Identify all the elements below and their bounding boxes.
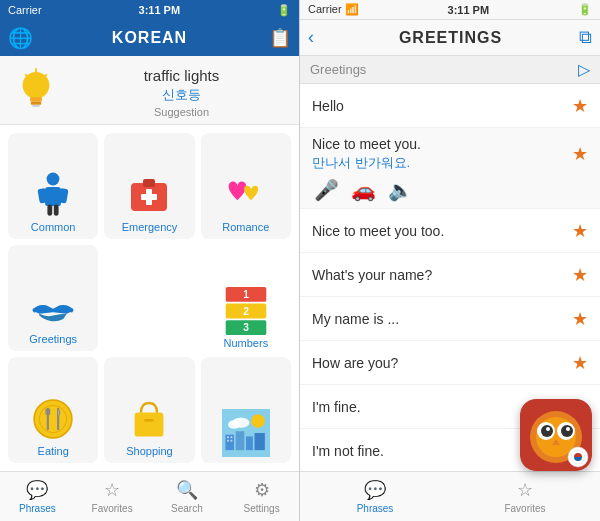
grid-cell-travel[interactable] (201, 357, 291, 463)
search-icon-left: 🔍 (176, 479, 198, 501)
nav-search-left[interactable]: 🔍 Search (150, 472, 225, 521)
left-panel: Carrier 3:11 PM 🔋 🌐 KOREAN 📋 traffic lig… (0, 0, 300, 521)
phrase-row[interactable]: How are you? ★ (300, 341, 600, 385)
favorites-label-left: Favorites (92, 503, 133, 514)
phrase-row[interactable]: Hello ★ (300, 84, 600, 128)
status-bar-left: Carrier 3:11 PM 🔋 (0, 0, 299, 20)
suggestion-english: traffic lights (74, 67, 289, 84)
grid-cell-eating[interactable]: Eating (8, 357, 98, 463)
battery-right: 🔋 (578, 3, 592, 16)
phrase-text: Hello (312, 98, 566, 114)
phrase-row[interactable]: Nice to meet you too. ★ (300, 209, 600, 253)
grid-cell-shopping[interactable]: Shopping (104, 357, 194, 463)
phrase-text: How are you? (312, 355, 566, 371)
nav-settings-left[interactable]: ⚙ Settings (224, 472, 299, 521)
star-icon[interactable]: ★ (572, 308, 588, 330)
suggestion-korean: 신호등 (74, 86, 289, 104)
nav-favorites-right[interactable]: ☆ Favorites (450, 472, 600, 521)
favorites-label-right: Favorites (504, 503, 545, 514)
play-all-button[interactable]: ▷ (578, 60, 590, 79)
svg-rect-31 (135, 413, 164, 437)
layers-icon[interactable]: ⧉ (579, 27, 592, 48)
svg-point-45 (228, 420, 240, 429)
document-icon[interactable]: 📋 (269, 27, 291, 49)
numbers-label: Numbers (224, 337, 269, 349)
numbers-icon: 1 2 3 (222, 287, 270, 335)
romance-label: Romance (222, 221, 269, 233)
svg-rect-11 (48, 205, 53, 216)
svg-text:2: 2 (243, 306, 249, 317)
phrase-row[interactable]: What's your name? ★ (300, 253, 600, 297)
settings-icon-left: ⚙ (254, 479, 270, 501)
greetings-title: GREETINGS (322, 29, 579, 47)
travel-icon (222, 409, 270, 457)
svg-rect-35 (225, 435, 234, 450)
svg-point-7 (47, 173, 60, 186)
battery-left: 🔋 (277, 4, 291, 17)
svg-point-52 (561, 425, 573, 437)
favorites-icon-left: ☆ (104, 479, 120, 501)
star-icon[interactable]: ★ (572, 95, 588, 117)
grid-cell-greetings[interactable]: Greetings (8, 245, 98, 351)
phrase-row-expanded[interactable]: Nice to meet you. 만나서 반가워요. ★ 🎤 🚗 🔈 (300, 128, 600, 209)
phrase-text: My name is ... (312, 311, 566, 327)
greetings-icon (29, 283, 77, 331)
svg-rect-40 (236, 431, 245, 450)
svg-rect-3 (32, 105, 39, 107)
svg-point-51 (541, 425, 553, 437)
speaker-button[interactable]: 🔈 (388, 178, 413, 202)
back-button[interactable]: ‹ (308, 27, 314, 48)
grid-cell-empty (104, 245, 194, 351)
svg-rect-42 (254, 433, 264, 450)
grid-cell-emergency[interactable]: Emergency (104, 133, 194, 239)
phrase-controls: 🎤 🚗 🔈 (312, 178, 413, 202)
phrases-icon-left: 💬 (26, 479, 48, 501)
phrases-label-right: Phrases (357, 503, 394, 514)
svg-rect-39 (230, 440, 232, 442)
suggestion-area: traffic lights 신호등 Suggestion (0, 56, 299, 125)
grid-cell-romance[interactable]: Romance (201, 133, 291, 239)
svg-rect-8 (45, 187, 61, 206)
star-icon[interactable]: ★ (572, 220, 588, 242)
svg-point-53 (546, 427, 550, 431)
grid-cell-numbers[interactable]: 1 2 3 Numbers (201, 245, 291, 351)
suggestion-label: Suggestion (74, 106, 289, 118)
app-icon-overlay[interactable] (520, 399, 592, 471)
svg-rect-14 (143, 179, 155, 187)
phrase-row-top: Nice to meet you. 만나서 반가워요. ★ (312, 136, 588, 172)
phrases-label-left: Phrases (19, 503, 56, 514)
svg-rect-36 (227, 436, 229, 438)
svg-rect-32 (145, 419, 155, 421)
common-label: Common (31, 221, 76, 233)
star-icon[interactable]: ★ (572, 143, 588, 165)
app-icon-svg (520, 399, 592, 471)
nav-favorites-left[interactable]: ☆ Favorites (75, 472, 150, 521)
globe-icon[interactable]: 🌐 (8, 26, 33, 50)
greetings-bar: Greetings ▷ (300, 56, 600, 84)
shopping-icon (125, 395, 173, 443)
car-button[interactable]: 🚗 (351, 178, 376, 202)
mic-button[interactable]: 🎤 (314, 178, 339, 202)
svg-point-26 (39, 405, 66, 432)
svg-rect-41 (246, 436, 253, 450)
app-title: KOREAN (112, 29, 187, 47)
nav-phrases-left[interactable]: 💬 Phrases (0, 472, 75, 521)
shopping-label: Shopping (126, 445, 173, 457)
category-grid: Common Emergency Romance (0, 125, 299, 471)
star-icon[interactable]: ★ (572, 264, 588, 286)
svg-rect-12 (54, 205, 59, 216)
grid-cell-common[interactable]: Common (8, 133, 98, 239)
emergency-icon (125, 171, 173, 219)
svg-point-54 (566, 427, 570, 431)
star-icon[interactable]: ★ (572, 352, 588, 374)
right-panel: Carrier 📶 3:11 PM 🔋 ‹ GREETINGS ⧉ Greeti… (300, 0, 600, 521)
nav-phrases-right[interactable]: 💬 Phrases (300, 472, 450, 521)
svg-text:3: 3 (243, 322, 249, 333)
phrase-text-main: Nice to meet you. (312, 136, 566, 152)
status-bar-right: Carrier 📶 3:11 PM 🔋 (300, 0, 600, 20)
svg-rect-16 (141, 194, 157, 200)
phrase-row[interactable]: My name is ... ★ (300, 297, 600, 341)
svg-rect-38 (227, 440, 229, 442)
svg-rect-37 (230, 436, 232, 438)
suggestion-text: traffic lights 신호등 Suggestion (74, 67, 289, 118)
